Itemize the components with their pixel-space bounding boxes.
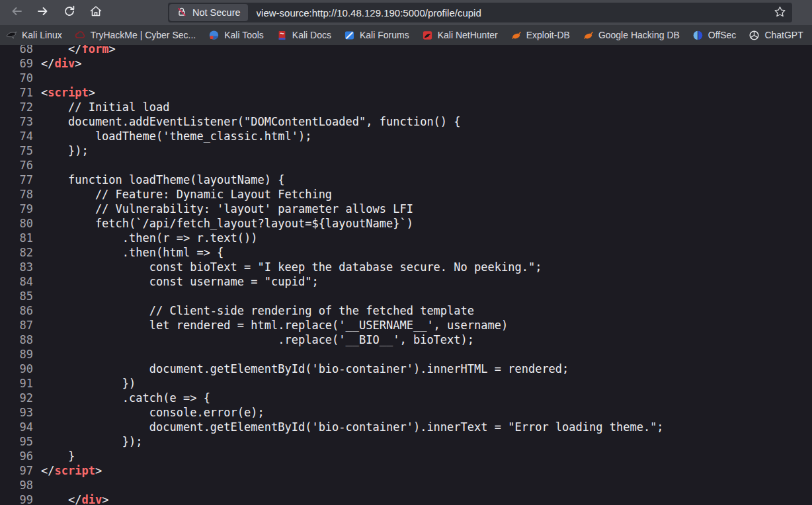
chatgpt-icon [749,30,760,41]
line-number: 68 [0,45,33,56]
bookmark-label: OffSec [708,30,737,40]
bookmarks-bar: Kali LinuxTryHackMe | Cyber Sec...Kali T… [0,25,812,45]
line-code: function loadTheme(layoutName) { [41,173,284,187]
line-code: loadTheme('theme_classic.html'); [41,129,311,143]
bookmark-label: TryHackMe | Cyber Sec... [91,30,196,40]
line-number: 76 [0,158,33,173]
url-bar[interactable]: Not Secure view-source:http://10.48.129.… [168,3,792,22]
bookmark-item[interactable]: Kali Tools [208,30,264,41]
source-line: 94 document.getElementById('bio-containe… [0,420,812,434]
line-number: 98 [0,478,33,492]
line-code: // Feature: Dynamic Layout Fetching [41,187,332,202]
source-line: 90 document.getElementById('bio-containe… [0,362,812,376]
line-number: 90 [0,362,33,376]
line-number: 83 [0,260,33,274]
reload-icon [63,5,76,20]
bookmark-label: ChatGPT [764,30,803,40]
line-code: }); [41,434,143,449]
bookmark-item[interactable]: Exploit-DB [510,30,570,41]
bookmark-item[interactable]: TryHackMe | Cyber Sec... [75,30,196,41]
line-code: }); [41,143,89,158]
line-number: 80 [0,216,33,231]
source-line: 77 function loadTheme(layoutName) { [0,173,812,187]
line-code: const username = "cupid"; [41,274,319,289]
line-number: 74 [0,129,33,143]
home-icon [89,5,102,20]
source-line: 74 loadTheme('theme_classic.html'); [0,129,812,143]
source-line: 81 .then(r => r.text()) [0,231,812,245]
browser-toolbar: Not Secure view-source:http://10.48.129.… [0,0,812,25]
line-code: .then(html => { [41,245,223,260]
line-code: .catch(e => { [41,391,210,405]
source-line: 84 const username = "cupid"; [0,274,812,289]
url-text[interactable]: view-source:http://10.48.129.190:5000/pr… [257,7,770,19]
offsec-icon [692,30,704,41]
line-number: 79 [0,202,33,216]
source-line: 76 [0,158,812,173]
source-line: 83 const bioText = "I keep the database … [0,260,812,274]
source-line: 85 [0,289,812,303]
home-button[interactable] [86,3,106,22]
security-badge[interactable]: Not Secure [169,4,248,21]
source-line: 91 }) [0,376,812,391]
source-line: 69</div> [0,56,812,71]
line-number: 94 [0,420,33,434]
source-line: 97</script> [0,463,812,478]
line-code: </div> [41,492,108,505]
line-number: 72 [0,100,33,114]
line-code: let rendered = html.replace('__USERNAME_… [41,318,508,332]
line-number: 92 [0,391,33,405]
line-number: 96 [0,449,33,463]
source-line: 80 fetch(`/api/fetch_layout?layout=${lay… [0,216,812,231]
source-line: 82 .then(html => { [0,245,812,260]
source-line: 72 // Initial load [0,100,812,114]
line-code: </script> [41,463,102,478]
back-icon [10,5,23,20]
bookmark-item[interactable]: Kali Docs [276,30,331,41]
line-number: 78 [0,187,33,202]
bookmark-item[interactable]: OffSec [692,30,737,41]
source-view: 68 </form>69</div>7071<script>72 // Init… [0,45,812,505]
bookmark-label: Kali Docs [292,30,331,40]
bookmark-label: Google Hacking DB [598,30,680,40]
line-code: .replace('__BIO__', bioText); [41,332,474,347]
line-number: 70 [0,71,33,85]
bookmark-star-button[interactable] [770,5,792,20]
back-button[interactable] [7,3,26,22]
source-line: 93 console.error(e); [0,405,812,420]
line-code: document.addEventListener("DOMContentLoa… [41,114,461,129]
source-line: 79 // Vulnerability: 'layout' parameter … [0,202,812,216]
source-line: 71<script> [0,85,812,100]
bookmark-item[interactable]: ChatGPT [749,30,803,41]
forward-button[interactable] [33,3,53,22]
bookmark-item[interactable]: Kali NetHunter [422,30,498,41]
line-number: 93 [0,405,33,420]
source-code: 68 </form>69</div>7071<script>72 // Init… [0,45,812,505]
line-number: 88 [0,332,33,347]
line-code: console.error(e); [41,405,264,420]
exploit-db-icon [510,30,522,41]
bookmark-item[interactable]: Kali Linux [6,30,62,41]
bookmark-item[interactable]: Google Hacking DB [583,30,680,41]
line-number: 85 [0,289,33,303]
source-line: 70 [0,71,812,85]
line-number: 71 [0,85,33,100]
line-code: }) [41,376,136,391]
source-line: 95 }); [0,434,812,449]
line-number: 81 [0,231,33,245]
line-code: // Initial load [41,100,169,114]
line-code: .then(r => r.text()) [41,231,258,245]
line-number: 99 [0,492,33,505]
line-code: document.getElementById('bio-container')… [41,362,569,376]
line-number: 91 [0,376,33,391]
line-number: 89 [0,347,33,362]
source-line: 88 .replace('__BIO__', bioText); [0,332,812,347]
bookmark-item[interactable]: Kali Forums [344,30,409,41]
security-label: Not Secure [192,7,241,18]
forward-icon [36,5,50,20]
line-number: 95 [0,434,33,449]
star-icon [774,5,786,20]
reload-button[interactable] [60,3,79,22]
line-code: } [41,449,75,463]
source-line: 73 document.addEventListener("DOMContent… [0,114,812,129]
